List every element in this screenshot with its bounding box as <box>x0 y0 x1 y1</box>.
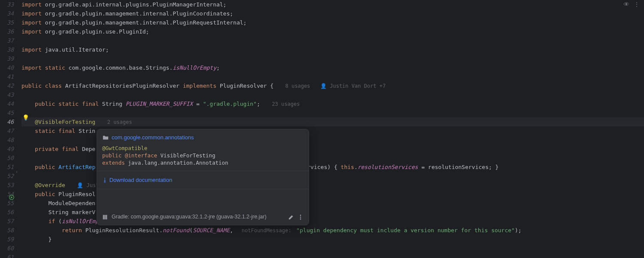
type: Strin <box>79 128 95 134</box>
line-number: 52 <box>0 172 14 181</box>
keyword: implements <box>183 83 216 89</box>
doc-annotation: @GwtCompatible <box>102 145 147 151</box>
line-number: 57 <box>0 217 14 226</box>
line-number: 41 <box>0 72 14 81</box>
doc-source-label: Gradle: com.google.guava:guava:32.1.2-jr… <box>112 212 267 221</box>
line-number: 33 <box>0 0 14 9</box>
doc-download-row: ⭳ Download documentation <box>97 171 309 189</box>
line-number: 47 <box>0 126 14 135</box>
keyword: public static final <box>35 101 99 107</box>
svg-rect-2 <box>104 215 106 219</box>
line-number: 58 <box>0 226 14 235</box>
param-hint: notFoundMessage: <box>240 227 293 233</box>
svg-point-5 <box>300 216 301 218</box>
line-number: 44 <box>0 99 14 108</box>
line-number: 39 <box>0 54 14 63</box>
interface-name: PluginResolver <box>220 83 267 89</box>
gutter-run-icon[interactable] <box>9 194 15 203</box>
line-number: 61 <box>0 253 14 258</box>
line-number: 60 <box>0 244 14 253</box>
string-literal: "plugin dependency must include a versio… <box>296 227 515 233</box>
line-number: 56 <box>0 208 14 217</box>
line-number: 50 <box>0 154 14 163</box>
line-number: 37 <box>0 36 14 45</box>
code-text: String markerV <box>49 209 96 215</box>
string-literal: ".gradle.plugin" <box>203 101 257 107</box>
line-number: 42 <box>0 81 14 90</box>
usages-hint[interactable]: 8 usages <box>284 83 312 89</box>
type: String <box>102 101 122 107</box>
download-documentation-link[interactable]: Download documentation <box>109 177 173 183</box>
class-name: ArtifactRepositoriesPluginResolver <box>65 83 179 89</box>
line-number: 59 <box>0 235 14 244</box>
constant: SOURCE_NAME <box>193 227 230 233</box>
more-icon[interactable] <box>298 214 304 220</box>
quick-doc-popup[interactable]: com.google.common.annotations @GwtCompat… <box>97 129 309 225</box>
keyword: if <box>49 218 55 224</box>
doc-typename: VisibleForTesting <box>160 152 215 159</box>
usages-hint[interactable]: 23 usages <box>270 101 301 107</box>
keyword: @interface <box>125 152 157 159</box>
import-path: java.util.Iterator; <box>45 46 109 53</box>
reader-mode-icon[interactable]: 👁 <box>623 0 629 9</box>
edit-icon[interactable] <box>288 214 294 220</box>
editor-toolbar: 👁 ⋮ <box>623 0 640 9</box>
line-number: 35 <box>0 18 14 27</box>
keyword-import: import <box>21 10 42 17</box>
line-number: 34 <box>0 9 14 18</box>
line-number: 48 <box>0 135 14 144</box>
doc-package-link[interactable]: com.google.common.annotations <box>112 133 194 142</box>
import-path: org.gradle.plugin.management.internal.Pl… <box>45 19 247 26</box>
doc-spacer <box>97 189 309 209</box>
line-number: 51 <box>0 163 14 172</box>
doc-footer: Gradle: com.google.guava:guava:32.1.2-jr… <box>97 209 309 225</box>
field-ref: resolutionServices <box>358 164 418 170</box>
constructor: ArtifactRep <box>58 164 95 170</box>
keyword-import: import <box>21 46 42 53</box>
more-actions-icon[interactable]: ⋮ <box>634 0 640 9</box>
doc-package-header: com.google.common.annotations <box>97 129 309 144</box>
static-member: isNullOrEmpty <box>173 64 216 71</box>
intention-bulb-icon[interactable]: 💡 <box>22 113 28 119</box>
fold-arrow-icon[interactable]: › <box>15 167 21 176</box>
type: Depe <box>82 146 95 152</box>
import-path: org.gradle.plugin.management.internal.Pl… <box>45 10 233 17</box>
import-path: com.google.common.base.Strings. <box>69 64 173 71</box>
line-number: 46 <box>0 117 14 126</box>
annotation: @Override <box>35 182 65 188</box>
usages-hint[interactable]: 2 usages <box>106 119 134 125</box>
import-path: org.gradle.api.internal.plugins.PluginMa… <box>45 1 227 8</box>
line-number: 53 <box>0 181 14 190</box>
line-number: 43 <box>0 90 14 99</box>
doc-extends: java.lang.annotation.Annotation <box>128 160 228 166</box>
keyword: public <box>35 164 55 170</box>
keyword: class <box>45 83 62 89</box>
keyword: static final <box>35 128 75 134</box>
svg-point-6 <box>300 218 301 220</box>
svg-point-4 <box>300 215 301 216</box>
keyword: public <box>21 83 42 89</box>
annotation[interactable]: @VisibleForTesting <box>35 119 95 125</box>
keyword: extends <box>102 160 125 166</box>
author-hint[interactable]: 👤 Justin Van Dort +7 <box>319 83 387 89</box>
doc-signature: @GwtCompatible public @interface Visible… <box>97 144 309 171</box>
keyword: this <box>341 164 354 170</box>
keyword: return <box>62 227 82 233</box>
param-tail: rvices) <box>307 164 331 170</box>
line-gutter: 33 34 35 36 37 38 39 40 41 42 43 44 45 4… <box>0 0 21 258</box>
method-call: notFound <box>163 227 190 233</box>
keyword-import: import <box>21 28 42 35</box>
library-icon <box>102 214 108 220</box>
keyword: public <box>102 152 122 159</box>
keyword: public <box>35 191 55 197</box>
class-ref: PluginResolutionResult <box>85 227 159 233</box>
svg-rect-1 <box>103 215 104 219</box>
keyword: private final <box>35 146 79 152</box>
code-text: ModuleDependen <box>49 200 96 206</box>
folder-icon <box>102 134 109 141</box>
download-icon: ⭳ <box>102 177 108 183</box>
line-number: 38 <box>0 45 14 54</box>
svg-rect-3 <box>106 215 107 219</box>
line-number: 45 <box>0 108 14 117</box>
line-number: 49 <box>0 144 14 154</box>
